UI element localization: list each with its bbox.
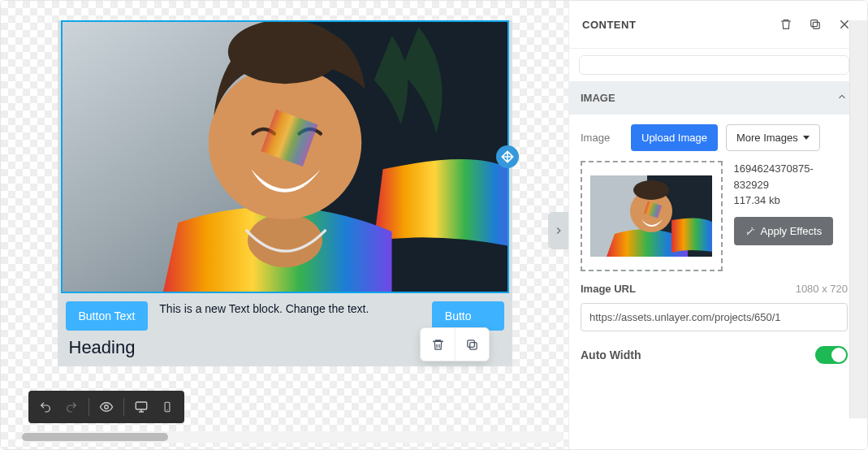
mobile-icon: [162, 400, 173, 414]
trash-icon: [779, 18, 792, 31]
apply-effects-label: Apply Effects: [761, 223, 823, 240]
svg-point-4: [227, 22, 341, 84]
move-icon: [501, 150, 514, 163]
separator: [123, 398, 124, 416]
svg-rect-12: [811, 20, 818, 27]
sidebar-delete-button[interactable]: [771, 11, 801, 38]
chevron-up-icon: [836, 91, 848, 105]
image-preview: [63, 22, 507, 292]
sidebar-title: CONTENT: [582, 19, 771, 31]
mobile-view-button[interactable]: [155, 394, 179, 420]
sidebar-header: CONTENT: [569, 1, 867, 49]
image-field-label: Image: [581, 132, 623, 144]
svg-rect-10: [165, 402, 170, 412]
section-image-title: IMAGE: [581, 92, 615, 104]
desktop-icon: [134, 400, 149, 414]
app-root: Button Text This is a new Text block. Ch…: [0, 0, 868, 450]
drag-handle[interactable]: [496, 145, 519, 168]
text-block[interactable]: This is a new Text block. Change the tex…: [159, 301, 421, 318]
undo-icon: [39, 400, 52, 413]
delete-block-button[interactable]: [421, 328, 455, 361]
sidebar-body[interactable]: IMAGE Image Upload Image More Images: [569, 49, 867, 449]
svg-rect-9: [136, 402, 147, 409]
auto-width-label: Auto Width: [581, 348, 641, 361]
trash-icon: [431, 338, 445, 352]
redo-button[interactable]: [59, 394, 84, 420]
svg-rect-6: [470, 342, 477, 349]
prev-section-placeholder: [579, 55, 849, 75]
horizontal-scrollbar[interactable]: [22, 431, 564, 443]
bottom-toolbar: [28, 391, 184, 423]
more-images-label: More Images: [736, 132, 798, 144]
undo-button[interactable]: [33, 394, 58, 420]
block-actions: [420, 327, 490, 361]
apply-effects-button[interactable]: Apply Effects: [734, 217, 834, 246]
email-block: Button Text This is a new Text block. Ch…: [58, 20, 512, 366]
right-toolbar-strip: [849, 20, 867, 418]
desktop-view-button[interactable]: [129, 394, 153, 420]
canvas-area[interactable]: Button Text This is a new Text block. Ch…: [1, 1, 568, 449]
image-dropzone[interactable]: [581, 161, 723, 271]
caret-down-icon: [803, 136, 810, 140]
wand-icon: [745, 226, 756, 236]
svg-point-8: [105, 405, 109, 409]
image-url-label: Image URL: [581, 283, 636, 295]
sidebar: CONTENT IMAGE Image Upload Image Mo: [568, 1, 867, 449]
image-url-input[interactable]: [581, 303, 848, 331]
button-b[interactable]: Butto: [432, 301, 504, 331]
more-images-button[interactable]: More Images: [726, 124, 820, 151]
sidebar-duplicate-button[interactable]: [801, 11, 830, 38]
scroll-thumb[interactable]: [22, 433, 168, 441]
section-image-header[interactable]: IMAGE: [569, 81, 859, 115]
eye-icon: [99, 400, 114, 414]
photo-illustration: [63, 22, 507, 292]
upload-image-button[interactable]: Upload Image: [631, 124, 718, 151]
image-thumbnail: [590, 175, 712, 257]
preview-button[interactable]: [94, 394, 119, 420]
image-filesize: 117.34 kb: [734, 193, 848, 209]
duplicate-block-button[interactable]: [455, 328, 489, 361]
separator: [89, 398, 89, 416]
button-a[interactable]: Button Text: [66, 301, 149, 331]
svg-point-16: [633, 180, 669, 200]
chevron-right-icon: [553, 225, 564, 236]
collapse-sidebar-button[interactable]: [548, 212, 568, 249]
image-meta: 1694624370875-832929 117.34 kb Apply Eff…: [734, 161, 848, 245]
auto-width-toggle[interactable]: [815, 346, 848, 364]
redo-icon: [65, 400, 78, 413]
svg-rect-11: [813, 22, 819, 28]
duplicate-icon: [809, 18, 822, 31]
svg-rect-7: [468, 340, 475, 347]
selected-image-block[interactable]: [61, 20, 509, 293]
image-filename: 1694624370875-832929: [734, 161, 848, 193]
image-dimensions: 1080 x 720: [796, 283, 848, 295]
copy-icon: [465, 338, 479, 352]
